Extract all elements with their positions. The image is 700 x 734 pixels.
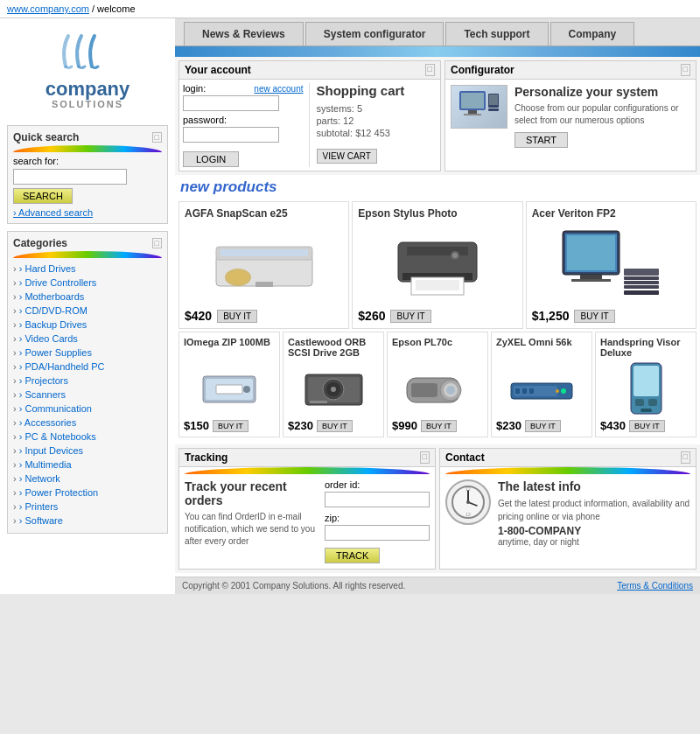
product-card-agfa: AGFA SnapScan e25 $420 BUY — [178, 201, 349, 329]
tracking-heading: Track your recent orders — [185, 479, 318, 507]
tab-company[interactable]: Company — [550, 22, 635, 45]
category-item[interactable]: › Software — [13, 514, 162, 528]
buy-button-epson-pl70c[interactable]: BUY IT — [421, 420, 457, 432]
footer-copyright: Copyright © 2001 Company Solutions. All … — [182, 581, 405, 591]
tracking-panel-header: Tracking □ — [179, 449, 435, 467]
buy-button-iomega[interactable]: BUY IT — [213, 420, 248, 432]
track-button[interactable]: TRACK — [325, 548, 380, 563]
password-input[interactable] — [183, 127, 279, 143]
product-image-agfa — [185, 225, 343, 304]
svg-rect-55 — [648, 399, 657, 406]
password-label: password: — [183, 115, 227, 125]
login-label: login: — [183, 83, 206, 94]
category-item[interactable]: › Power Supplies — [13, 346, 162, 360]
view-cart-button[interactable]: VIEW CART — [317, 149, 377, 164]
computer-svg — [558, 229, 663, 299]
tab-tech-support[interactable]: Tech support — [445, 22, 548, 45]
site-url-link[interactable]: www.company.com — [7, 3, 89, 14]
categories-expand-icon[interactable]: □ — [152, 238, 162, 248]
search-for-label: search for: — [13, 156, 162, 166]
tab-system-configurator[interactable]: System configurator — [305, 22, 444, 45]
configurator-start-button[interactable]: START — [514, 132, 568, 148]
product-card-epson-stylus: Epson Stylus Photo $260 — [352, 201, 522, 329]
category-item[interactable]: › PC & Notebooks — [13, 430, 162, 444]
contact-text: The latest info Get the latest product i… — [498, 479, 690, 547]
zip-svg — [199, 367, 260, 411]
buy-button-handspring[interactable]: BUY IT — [629, 420, 665, 432]
advanced-search-link[interactable]: › Advanced search — [13, 207, 93, 218]
product-name-acer: Acer Veriton FP2 — [532, 207, 690, 220]
order-id-input[interactable] — [325, 492, 430, 507]
configurator-expand-icon[interactable]: □ — [681, 64, 690, 76]
buy-button-acer[interactable]: BUY IT — [574, 310, 614, 323]
shopping-cart-section: Shopping cart systems: 5 parts: 12 subto… — [310, 83, 438, 167]
account-config-row: Your account □ login: new account passwo… — [175, 57, 700, 175]
category-item[interactable]: › Backup Drives — [13, 318, 162, 332]
svg-rect-9 — [220, 249, 308, 256]
account-panel-header: Your account □ — [179, 61, 440, 80]
svg-rect-26 — [624, 276, 659, 280]
category-item[interactable]: › Hard Drives — [13, 262, 162, 276]
quick-search-expand-icon[interactable]: □ — [152, 132, 162, 143]
product-price-agfa: $420 — [185, 309, 212, 323]
svg-point-47 — [561, 388, 566, 394]
svg-rect-17 — [416, 280, 459, 290]
configurator-image — [451, 85, 508, 129]
category-item[interactable]: › Network — [13, 472, 162, 486]
configurator-panel-header: Configurator □ — [445, 61, 696, 80]
buy-button-agfa[interactable]: BUY IT — [217, 310, 257, 323]
svg-rect-28 — [624, 285, 659, 289]
category-item[interactable]: › Communication — [13, 402, 162, 416]
category-item[interactable]: › Scanners — [13, 388, 162, 402]
search-input[interactable] — [13, 169, 127, 185]
login-button[interactable]: LOGIN — [183, 151, 239, 167]
logo-icon — [9, 27, 166, 75]
category-item[interactable]: › Accessories — [13, 416, 162, 430]
projector-svg — [402, 367, 472, 411]
buy-button-castlewood[interactable]: BUY IT — [317, 420, 353, 432]
category-item[interactable]: › Drive Controllers — [13, 276, 162, 290]
contact-heading: The latest info — [498, 479, 690, 493]
tracking-expand-icon[interactable]: □ — [420, 451, 430, 464]
product-image-zyxel — [496, 363, 587, 416]
svg-rect-2 — [468, 110, 477, 114]
buy-button-zyxel[interactable]: BUY IT — [525, 420, 561, 432]
product-price-acer: $1,250 — [532, 309, 570, 323]
quick-search-title: Quick search — [13, 131, 79, 143]
svg-rect-25 — [624, 269, 659, 276]
tab-news-reviews[interactable]: News & Reviews — [184, 22, 304, 45]
category-item[interactable]: › Power Protection — [13, 486, 162, 500]
search-button[interactable]: SEARCH — [13, 188, 73, 204]
arc-decoration — [13, 145, 162, 152]
product-price-row-castlewood: $230 BUY IT — [288, 419, 379, 432]
category-item[interactable]: › PDA/Handheld PC — [13, 360, 162, 374]
footer-terms-link[interactable]: Terms & Conditions — [617, 581, 693, 591]
categories-arc — [13, 251, 162, 258]
zip-input[interactable] — [325, 525, 430, 541]
svg-rect-3 — [464, 114, 481, 115]
tracking-content: Track your recent orders You can find Or… — [179, 474, 435, 569]
category-item[interactable]: › Printers — [13, 500, 162, 514]
category-item[interactable]: › Motherboards — [13, 290, 162, 304]
modem-svg — [507, 367, 577, 411]
product-price-row-agfa: $420 BUY IT — [185, 309, 343, 323]
category-item[interactable]: › Multimedia — [13, 458, 162, 472]
contact-expand-icon[interactable]: □ — [681, 451, 690, 464]
product-card-acer: Acer Veriton FP2 — [526, 201, 696, 329]
login-input[interactable] — [183, 95, 279, 111]
contact-description: Get the latest product information, avai… — [498, 497, 690, 523]
buy-button-epson-stylus[interactable]: BUY IT — [390, 310, 430, 323]
new-account-link[interactable]: new account — [254, 84, 303, 94]
product-price-handspring: $430 — [600, 419, 626, 432]
svg-rect-51 — [529, 388, 534, 394]
banner — [175, 46, 700, 57]
quick-search-panel: Quick search □ search for: SEARCH › Adva… — [7, 125, 168, 224]
product-name-agfa: AGFA SnapScan e25 — [185, 207, 343, 220]
category-item[interactable]: › CD/DVD-ROM — [13, 304, 162, 318]
cart-systems: systems: 5 — [317, 103, 438, 114]
account-expand-icon[interactable]: □ — [425, 64, 435, 76]
category-item[interactable]: › Projectors — [13, 374, 162, 388]
product-image-handspring — [600, 363, 691, 416]
category-item[interactable]: › Video Cards — [13, 332, 162, 346]
category-item[interactable]: › Input Devices — [13, 444, 162, 458]
